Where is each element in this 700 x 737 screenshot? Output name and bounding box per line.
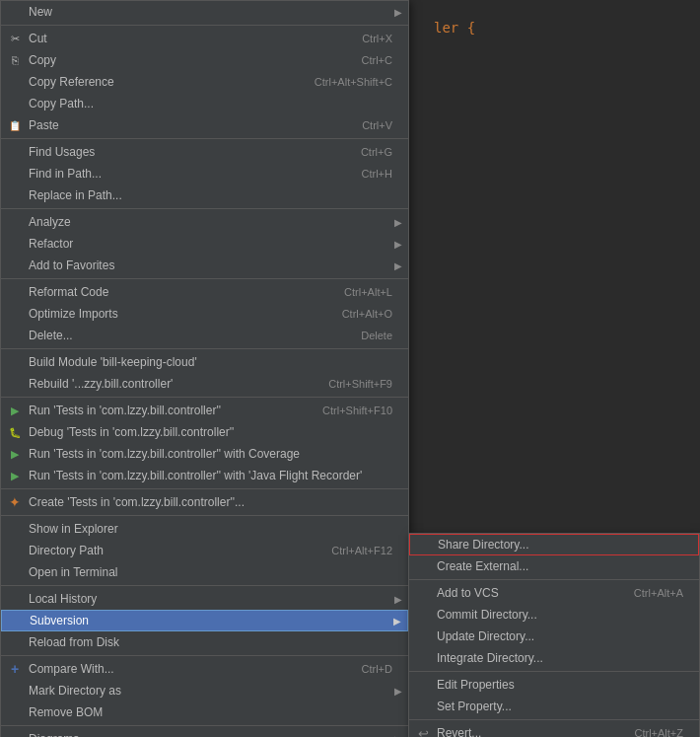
menu-item-remove-bom[interactable]: Remove BOM xyxy=(1,701,408,723)
menu-item-set-property[interactable]: Set Property... xyxy=(409,696,699,717)
separator xyxy=(409,671,699,672)
menu-item-paste[interactable]: 📋 Paste Ctrl+V xyxy=(1,114,408,136)
separator xyxy=(409,719,699,720)
arrow-icon: ▶ xyxy=(394,686,402,697)
menu-item-optimize-imports[interactable]: Optimize Imports Ctrl+Alt+O xyxy=(1,303,408,325)
menu-item-rebuild[interactable]: Rebuild '...zzy.bill.controller' Ctrl+Sh… xyxy=(1,373,408,395)
menu-item-create-external[interactable]: Create External... xyxy=(409,555,699,577)
menu-item-delete[interactable]: Delete... Delete xyxy=(1,325,408,346)
separator xyxy=(1,488,408,489)
arrow-icon: ▶ xyxy=(394,260,402,271)
menu-item-subversion[interactable]: Subversion ▶ xyxy=(1,610,408,631)
context-menu-right-subversion: Share Directory... Create External... Ad… xyxy=(408,533,700,737)
copy-icon: ⎘ xyxy=(7,52,23,68)
menu-item-run-tests-jfr[interactable]: ▶ Run 'Tests in 'com.lzzy.bill.controlle… xyxy=(1,465,408,486)
menu-item-reload-from-disk[interactable]: Reload from Disk xyxy=(1,631,408,653)
separator xyxy=(409,579,699,580)
menu-item-show-in-explorer[interactable]: Show in Explorer xyxy=(1,518,408,540)
menu-item-refactor[interactable]: Refactor ▶ xyxy=(1,233,408,255)
menu-item-build-module[interactable]: Build Module 'bill-keeping-cloud' xyxy=(1,351,408,373)
menu-item-update-directory[interactable]: Update Directory... xyxy=(409,626,699,647)
create-icon: ✦ xyxy=(7,494,23,510)
context-menu-left: New ▶ ✂ Cut Ctrl+X ⎘ Copy Ctrl+C Copy Re… xyxy=(0,0,409,737)
separator xyxy=(1,25,408,26)
menu-item-directory-path[interactable]: Directory Path Ctrl+Alt+F12 xyxy=(1,540,408,561)
menu-item-find-in-path[interactable]: Find in Path... Ctrl+H xyxy=(1,163,408,184)
menu-item-add-to-favorites[interactable]: Add to Favorites ▶ xyxy=(1,255,408,276)
menu-item-open-in-terminal[interactable]: Open in Terminal xyxy=(1,561,408,583)
menu-item-commit-directory[interactable]: Commit Directory... xyxy=(409,604,699,626)
menu-item-copy[interactable]: ⎘ Copy Ctrl+C xyxy=(1,49,408,71)
menu-item-create-tests[interactable]: ✦ Create 'Tests in 'com.lzzy.bill.contro… xyxy=(1,491,408,513)
arrow-icon: ▶ xyxy=(394,239,402,250)
editor-code-text: ler { xyxy=(434,20,475,36)
arrow-icon: ▶ xyxy=(394,7,402,18)
separator xyxy=(1,725,408,726)
arrow-icon: ▶ xyxy=(393,616,401,626)
arrow-icon: ▶ xyxy=(394,734,402,738)
debug-icon: 🐛 xyxy=(7,424,23,440)
coverage-run-icon: ▶ xyxy=(7,446,23,462)
menu-item-cut[interactable]: ✂ Cut Ctrl+X xyxy=(1,28,408,49)
menu-item-run-tests-coverage[interactable]: ▶ Run 'Tests in 'com.lzzy.bill.controlle… xyxy=(1,443,408,465)
separator xyxy=(1,515,408,516)
revert-icon: ↩ xyxy=(415,725,431,737)
arrow-icon: ▶ xyxy=(394,217,402,228)
menu-item-run-tests[interactable]: ▶ Run 'Tests in 'com.lzzy.bill.controlle… xyxy=(1,400,408,421)
jfr-run-icon: ▶ xyxy=(7,468,23,483)
separator xyxy=(1,208,408,209)
menu-item-mark-directory-as[interactable]: Mark Directory as ▶ xyxy=(1,680,408,701)
menu-item-new[interactable]: New ▶ xyxy=(1,1,408,23)
menu-item-local-history[interactable]: Local History ▶ xyxy=(1,588,408,610)
cut-icon: ✂ xyxy=(7,31,23,46)
menu-item-integrate-directory[interactable]: Integrate Directory... xyxy=(409,647,699,669)
menu-item-analyze[interactable]: Analyze ▶ xyxy=(1,211,408,233)
menu-item-debug-tests[interactable]: 🐛 Debug 'Tests in 'com.lzzy.bill.control… xyxy=(1,421,408,443)
separator xyxy=(1,138,408,139)
separator xyxy=(1,348,408,349)
menu-item-compare-with[interactable]: + Compare With... Ctrl+D xyxy=(1,658,408,680)
menu-item-reformat-code[interactable]: Reformat Code Ctrl+Alt+L xyxy=(1,281,408,303)
menu-item-copy-reference[interactable]: Copy Reference Ctrl+Alt+Shift+C xyxy=(1,71,408,93)
menu-item-add-to-vcs[interactable]: Add to VCS Ctrl+Alt+A xyxy=(409,582,699,604)
separator xyxy=(1,397,408,398)
arrow-icon: ▶ xyxy=(394,594,402,605)
menu-item-share-directory[interactable]: Share Directory... xyxy=(409,534,699,555)
menu-item-replace-in-path[interactable]: Replace in Path... xyxy=(1,184,408,206)
menu-item-copy-path[interactable]: Copy Path... xyxy=(1,93,408,114)
menu-item-edit-properties[interactable]: Edit Properties xyxy=(409,674,699,696)
paste-icon: 📋 xyxy=(7,117,23,133)
menu-item-diagrams[interactable]: Diagrams ▶ xyxy=(1,728,408,737)
menu-item-find-usages[interactable]: Find Usages Ctrl+G xyxy=(1,141,408,163)
separator xyxy=(1,278,408,279)
menu-item-revert[interactable]: ↩ Revert... Ctrl+Alt+Z xyxy=(409,722,699,737)
separator xyxy=(1,655,408,656)
separator xyxy=(1,585,408,586)
run-icon: ▶ xyxy=(7,403,23,418)
compare-icon: + xyxy=(7,661,23,677)
